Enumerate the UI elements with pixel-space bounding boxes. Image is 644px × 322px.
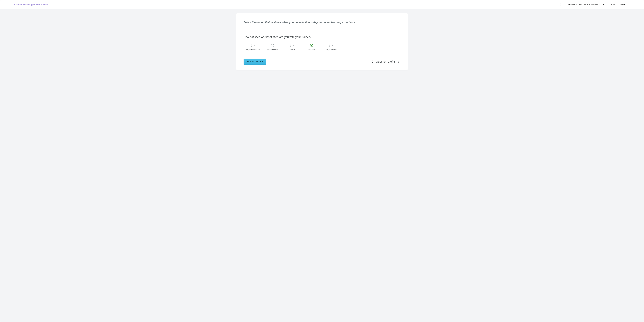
- menu-item-more[interactable]: MORE ▼: [620, 3, 628, 6]
- app-root: Communicating under Stress COMMUNICATING…: [0, 0, 644, 322]
- radio-icon: [251, 44, 254, 47]
- top-bar: Communicating under Stress COMMUNICATING…: [0, 0, 644, 9]
- radio-icon: [310, 44, 313, 47]
- question-pager: Question 2 of 6: [370, 60, 400, 64]
- radio-icon: [329, 44, 332, 47]
- menu-item-label: EDIT: [603, 3, 608, 6]
- likert-label: Satisfied: [308, 48, 315, 51]
- likert-label: Very satisfied: [325, 48, 337, 51]
- likert-option[interactable]: Very satisfied: [323, 44, 339, 51]
- pager-next-icon[interactable]: [397, 60, 400, 64]
- title-area: Communicating under Stress: [4, 3, 48, 6]
- likert-option[interactable]: Dissatisfied: [264, 44, 280, 51]
- likert-options: Very dissatisfiedDissatisfiedNeutralSati…: [245, 44, 339, 51]
- likert-option[interactable]: Very dissatisfied: [245, 44, 261, 51]
- likert-label: Neutral: [288, 48, 295, 51]
- card-footer: Submit answer Question 2 of 6: [244, 58, 400, 65]
- caret-down-icon: ▼: [626, 4, 628, 5]
- survey-question: How satisfied or dissatisfied are you wi…: [244, 36, 400, 39]
- page-title: Communicating under Stress: [14, 3, 48, 6]
- back-icon[interactable]: [559, 3, 562, 6]
- survey-prompt: Select the option that best describes yo…: [244, 21, 400, 24]
- likert-label: Dissatisfied: [267, 48, 278, 51]
- menu-item-add[interactable]: ADD ▼: [611, 3, 617, 6]
- likert-option[interactable]: Satisfied: [304, 44, 320, 51]
- pager-prev-icon[interactable]: [370, 60, 374, 64]
- menu-item-breadcrumb[interactable]: COMMUNICATING UNDER STRESS ▼: [565, 3, 600, 6]
- radio-icon: [271, 44, 274, 47]
- caret-down-icon: ▼: [599, 4, 600, 5]
- likert-option[interactable]: Neutral: [284, 44, 300, 51]
- menu-item-label: COMMUNICATING UNDER STRESS: [565, 3, 598, 6]
- menu-item-edit[interactable]: EDIT: [603, 3, 608, 6]
- radio-dot: [310, 45, 312, 46]
- menu-item-label: MORE: [620, 3, 626, 6]
- submit-answer-button[interactable]: Submit answer: [244, 58, 266, 65]
- top-menu: COMMUNICATING UNDER STRESS ▼ EDIT ADD ▼ …: [559, 3, 640, 6]
- likert-label: Very dissatisfied: [245, 48, 260, 51]
- survey-card: Select the option that best describes yo…: [236, 14, 408, 70]
- menu-item-label: ADD: [611, 3, 615, 6]
- caret-down-icon: ▼: [616, 4, 617, 5]
- likert-scale: Very dissatisfiedDissatisfiedNeutralSati…: [245, 44, 339, 51]
- radio-icon: [290, 44, 294, 47]
- pager-text: Question 2 of 6: [376, 60, 395, 63]
- content-area: Select the option that best describes yo…: [0, 9, 644, 322]
